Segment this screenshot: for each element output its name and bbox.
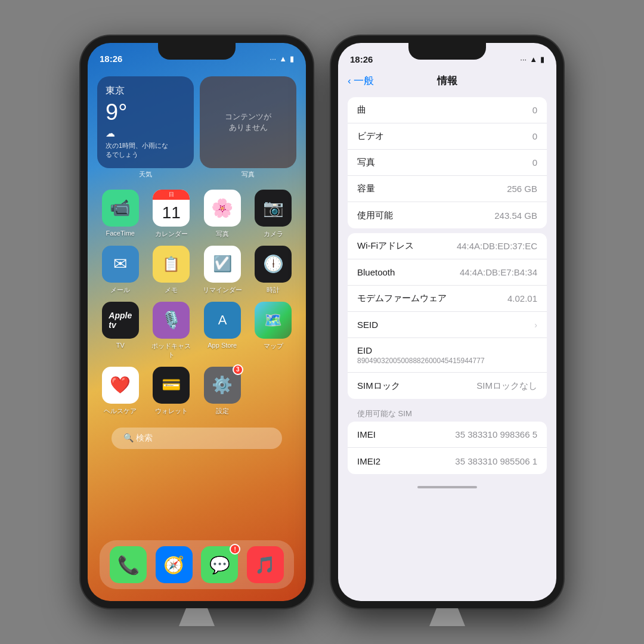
home-screen: 18:26 ··· ▲ ▮ 東京 9° ☁ 次の1時間、小雨になるでしょう 天気 <box>88 43 306 601</box>
photos-label: 写真 <box>200 170 296 179</box>
app-podcasts-label: ポッドキャスト <box>151 342 193 360</box>
app-camera[interactable]: 📷 カメラ <box>253 190 295 239</box>
row-modem-label: モデムファームウェア <box>357 293 447 304</box>
row-music: 曲 0 <box>348 97 547 123</box>
app-reminders-label: リマインダー <box>203 286 242 295</box>
app-photos-label: 写真 <box>216 230 229 239</box>
svg-text:A: A <box>218 312 227 327</box>
app-podcasts[interactable]: 🎙️ ポッドキャスト <box>151 302 193 360</box>
nav-back[interactable]: ‹ 一般 <box>348 74 374 88</box>
app-wallet[interactable]: 💳 ウォレット <box>151 367 193 416</box>
row-eid: EID 89049032005008882600045415944777 <box>348 338 547 373</box>
dock-music-icon: 🎵 <box>247 546 284 583</box>
search-bar[interactable]: 🔍 検索 <box>112 428 282 449</box>
time-right: 18:26 <box>350 54 373 64</box>
settings-nav: ‹ 一般 情報 <box>338 69 556 92</box>
dock-safari[interactable]: 🧭 <box>156 546 193 583</box>
row-photos-value: 0 <box>532 157 537 168</box>
signal-icon-right: ··· <box>520 55 527 64</box>
weather-widget[interactable]: 東京 9° ☁ 次の1時間、小雨になるでしょう <box>97 76 194 168</box>
row-available-label: 使用可能 <box>357 210 393 221</box>
battery-icon-right: ▮ <box>540 55 544 64</box>
home-indicator <box>417 486 477 488</box>
dock-messages[interactable]: 💬 ! <box>201 546 238 583</box>
right-phone: 18:26 ··· ▲ ▮ ‹ 一般 情報 <box>331 36 564 608</box>
settings-screen: 18:26 ··· ▲ ▮ ‹ 一般 情報 <box>338 43 556 601</box>
app-mail-icon: ✉ <box>102 246 139 283</box>
app-health-icon: ❤️ <box>102 367 139 404</box>
row-bluetooth-label: Bluetooth <box>357 267 395 277</box>
dock-phone[interactable]: 📞 <box>110 546 147 583</box>
app-health[interactable]: ❤️ ヘルスケア <box>100 367 141 416</box>
app-photos[interactable]: 🌸 写真 <box>202 190 243 239</box>
left-phone: 18:26 ··· ▲ ▮ 東京 9° ☁ 次の1時間、小雨になるでしょう 天気 <box>80 36 313 608</box>
app-grid-row1: 📹 FaceTime 日 11 カレンダー 🌸 <box>88 184 306 244</box>
app-maps-label: マップ <box>264 342 283 351</box>
row-modem-value: 4.02.01 <box>507 293 537 304</box>
dock-safari-icon: 🧭 <box>156 546 193 583</box>
photos-widget[interactable]: コンテンツがありません <box>200 76 296 168</box>
app-grid-row3: Appletv TV 🎙️ ポッドキャスト A <box>88 296 306 366</box>
chevron-left-icon: ‹ <box>348 75 351 87</box>
app-maps[interactable]: 🗺️ マップ <box>253 302 295 360</box>
seid-chevron-icon: › <box>534 320 537 330</box>
app-reminders[interactable]: ☑️ リマインダー <box>202 246 243 295</box>
dock-messages-icon: 💬 ! <box>201 546 238 583</box>
weather-temp: 9° <box>106 100 185 125</box>
row-imei-value: 35 383310 998366 5 <box>455 429 537 439</box>
row-video-label: ビデオ <box>357 131 384 142</box>
settings-list: 曲 0 ビデオ 0 写真 0 容量 256 GB <box>338 92 556 493</box>
app-calendar[interactable]: 日 11 カレンダー <box>151 190 193 239</box>
app-notes[interactable]: 📋 メモ <box>151 246 193 295</box>
weather-desc: 次の1時間、小雨になるでしょう <box>106 141 185 160</box>
weather-city: 東京 <box>106 85 185 97</box>
row-simlock-value: SIMロックなし <box>476 380 537 392</box>
app-appstore-label: App Store <box>208 342 237 349</box>
app-settings-label: 設定 <box>216 407 229 416</box>
app-settings[interactable]: ⚙️ 3 設定 <box>202 367 243 416</box>
app-wallet-label: ウォレット <box>155 407 188 416</box>
row-bluetooth-value: 44:4A:DB:E7:B4:34 <box>460 267 537 277</box>
row-music-value: 0 <box>532 105 537 115</box>
calendar-day: 11 <box>162 200 181 227</box>
row-wifi-value: 44:4A:DB:ED:37:EC <box>457 241 537 251</box>
right-stand <box>429 608 465 626</box>
settings-badge: 3 <box>233 364 243 375</box>
notch <box>158 43 236 60</box>
app-notes-label: メモ <box>165 286 178 295</box>
row-capacity-label: 容量 <box>357 183 375 194</box>
nav-title: 情報 <box>437 74 457 88</box>
app-reminders-icon: ☑️ <box>204 246 241 283</box>
app-calendar-icon: 日 11 <box>153 190 190 227</box>
row-seid[interactable]: SEID › <box>348 312 547 338</box>
app-facetime[interactable]: 📹 FaceTime <box>100 190 141 239</box>
search-placeholder: 🔍 検索 <box>123 433 153 444</box>
info-group-3: IMEI 35 383310 998366 5 IMEI2 35 383310 … <box>348 422 547 474</box>
app-clock[interactable]: 🕕 時計 <box>253 246 295 295</box>
dock: 📞 🧭 💬 ! 🎵 <box>100 540 294 589</box>
row-wifi: Wi-Fiアドレス 44:4A:DB:ED:37:EC <box>348 233 547 259</box>
info-group-1: 曲 0 ビデオ 0 写真 0 容量 256 GB <box>348 97 547 228</box>
dock-music[interactable]: 🎵 <box>247 546 284 583</box>
row-modem: モデムファームウェア 4.02.01 <box>348 286 547 312</box>
row-photos: 写真 0 <box>348 150 547 176</box>
row-capacity: 容量 256 GB <box>348 176 547 202</box>
weather-icon: ☁ <box>106 128 185 139</box>
row-imei-label: IMEI <box>357 429 376 439</box>
photos-widget-text: コンテンツがありません <box>225 112 271 133</box>
app-tv-icon: Appletv <box>102 302 139 339</box>
app-photos-icon: 🌸 <box>204 190 241 227</box>
battery-icon-left: ▮ <box>290 54 294 63</box>
status-icons-left: ··· ▲ ▮ <box>270 54 294 63</box>
row-eid-value: 89049032005008882600045415944777 <box>357 357 537 365</box>
app-tv[interactable]: Appletv TV <box>100 302 141 360</box>
app-maps-icon: 🗺️ <box>255 302 292 339</box>
app-podcasts-icon: 🎙️ <box>153 302 190 339</box>
empty-slot <box>253 367 295 416</box>
app-appstore[interactable]: A App Store <box>202 302 243 360</box>
app-camera-label: カメラ <box>264 230 283 239</box>
row-seid-label: SEID <box>357 320 378 330</box>
app-health-label: ヘルスケア <box>104 407 137 416</box>
notch-right <box>408 43 486 60</box>
app-mail[interactable]: ✉ メール <box>100 246 141 295</box>
